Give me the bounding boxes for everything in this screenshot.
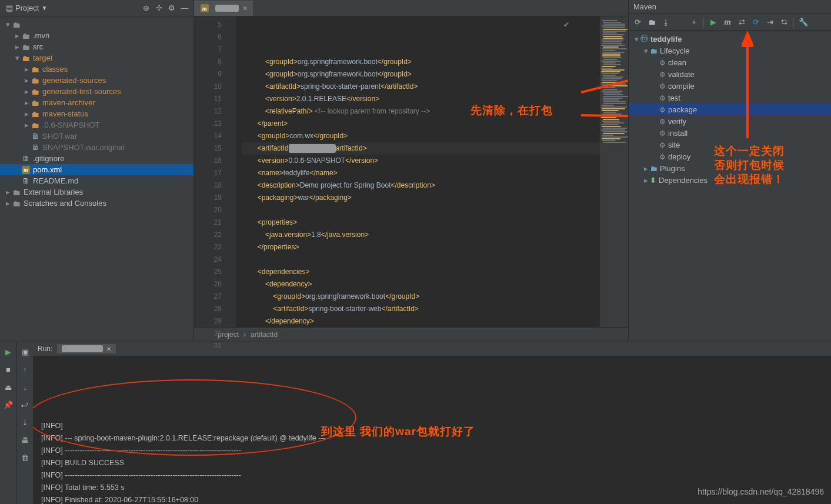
pin-icon[interactable]: 📌: [2, 398, 15, 411]
tree-node[interactable]: generated-test-sources: [0, 86, 193, 97]
maven-lifecycle-node[interactable]: 🖿Lifecycle: [629, 45, 831, 56]
tree-node[interactable]: target: [0, 52, 193, 64]
twisty-icon[interactable]: [22, 121, 31, 129]
maven-project-icon: ⓜ: [640, 34, 648, 44]
maven-goal-install[interactable]: install: [629, 127, 831, 139]
twisty-icon[interactable]: [4, 20, 12, 29]
twisty-icon[interactable]: [4, 188, 12, 196]
tree-node[interactable]: generated-sources: [0, 75, 193, 86]
twisty-icon[interactable]: [4, 199, 12, 208]
twisty-icon[interactable]: [642, 176, 650, 185]
maven-goal-site[interactable]: site: [629, 139, 831, 151]
folder-icon: [12, 20, 21, 29]
show-deps-icon[interactable]: ⇆: [777, 16, 790, 29]
project-tree[interactable]: .mvnsrctargetclassesgenerated-sourcesgen…: [0, 16, 193, 341]
maven-tree[interactable]: ⓜteddylife🖿Lifecyclecleanvalidatecompile…: [629, 31, 831, 341]
maven-toolbar: ⟳ 🖿 ⭳ + ▶ m ⇄ ⟳ ⇥ ⇆ 🔧: [629, 14, 831, 31]
chevron-down-icon: ▼: [41, 5, 47, 11]
reimport-icon[interactable]: ⟳: [631, 16, 644, 29]
toggle-skip-tests-icon[interactable]: ⇄: [735, 16, 748, 29]
tree-node[interactable]: Scratches and Consoles: [0, 198, 193, 209]
twisty-icon[interactable]: [13, 42, 21, 51]
download-icon[interactable]: ⭳: [659, 16, 672, 29]
tree-node[interactable]: pom.xml: [0, 164, 193, 175]
tree-node[interactable]: SHOT.war: [0, 131, 193, 142]
editor-tab[interactable]: ✕: [194, 1, 254, 16]
collapse-icon[interactable]: ⇥: [763, 16, 776, 29]
generate-sources-icon[interactable]: 🖿: [645, 16, 658, 29]
gear-icon: [659, 94, 666, 102]
tree-node[interactable]: .mvn: [0, 30, 193, 41]
code-editor[interactable]: 5678910111213141516171819202122232425262…: [194, 16, 628, 327]
maven-goal-deploy[interactable]: deploy: [629, 151, 831, 162]
tree-node[interactable]: .gitignore: [0, 153, 193, 164]
tree-node[interactable]: .0.6-SNAPSHOT: [0, 119, 193, 131]
tree-label: External Libraries: [24, 188, 83, 196]
maven-file-icon: [21, 165, 31, 175]
code-content[interactable]: ✔ <groupId>org.springframework.boot</gro…: [236, 16, 600, 327]
tree-node[interactable]: maven-archiver: [0, 97, 193, 108]
tree-node[interactable]: [0, 19, 193, 30]
maven-goal-verify[interactable]: verify: [629, 115, 831, 127]
minimap[interactable]: [600, 16, 628, 327]
breadcrumb[interactable]: project › artifactId: [194, 327, 628, 341]
twisty-icon[interactable]: [22, 65, 31, 74]
console-output[interactable]: 到这里 我们的war包就打好了 https://blog.csdn.net/qq…: [33, 356, 831, 504]
close-icon[interactable]: ✕: [106, 346, 111, 352]
stop-icon[interactable]: ■: [2, 363, 15, 376]
tree-node[interactable]: README.md: [0, 175, 193, 186]
maven-goal-label: verify: [668, 117, 686, 126]
maven-root: teddylife: [650, 35, 682, 44]
tree-node[interactable]: maven-status: [0, 108, 193, 119]
print-icon[interactable]: 🖶: [19, 433, 32, 446]
hide-icon[interactable]: —: [178, 2, 191, 15]
file-icon: [31, 132, 40, 141]
wrench-icon[interactable]: 🔧: [797, 16, 810, 29]
maven-root-node[interactable]: ⓜteddylife: [629, 33, 831, 45]
down-icon[interactable]: ↓: [19, 380, 32, 393]
maven-goal-label: compile: [668, 82, 695, 91]
maven-goal-compile[interactable]: compile: [629, 80, 831, 92]
crumb-artifact[interactable]: artifactId: [251, 331, 278, 339]
run-icon[interactable]: ▶: [707, 16, 720, 29]
twisty-icon[interactable]: [22, 98, 31, 107]
locate-icon[interactable]: ⊕: [139, 2, 152, 15]
up-icon[interactable]: ↑: [19, 363, 32, 376]
rerun-icon[interactable]: ▶: [2, 345, 15, 358]
soft-wrap-icon[interactable]: ⮐: [19, 398, 32, 411]
run-config-tab[interactable]: ✕: [57, 344, 116, 353]
maven-deps-node[interactable]: ⬍Dependencies: [629, 174, 831, 186]
maven-goal-test[interactable]: test: [629, 92, 831, 104]
scroll-end-icon[interactable]: ⤓: [19, 416, 32, 429]
project-panel: ▤ Project ▼ ⊕ ✢ ⚙ — .mvnsrctargetclasses…: [0, 0, 194, 341]
twisty-icon[interactable]: [632, 35, 640, 44]
maven-goal-package[interactable]: package: [629, 104, 831, 115]
execute-goal-icon[interactable]: m: [721, 16, 734, 29]
tree-node[interactable]: src: [0, 41, 193, 52]
layout-icon[interactable]: ▣: [19, 345, 32, 358]
maven-plugins-node[interactable]: 🖿Plugins: [629, 162, 831, 174]
project-dropdown[interactable]: ▤ Project ▼: [2, 2, 51, 14]
toggle-offline-icon[interactable]: ⟳: [749, 16, 762, 29]
gear-icon[interactable]: ⚙: [165, 2, 178, 15]
close-icon[interactable]: ✕: [242, 5, 248, 12]
twisty-icon[interactable]: [13, 54, 21, 62]
file-icon: [21, 176, 31, 186]
folder-icon: [31, 76, 40, 85]
tree-node[interactable]: SNAPSHOT.war.original: [0, 142, 193, 153]
add-icon[interactable]: +: [688, 16, 700, 29]
tree-node[interactable]: External Libraries: [0, 186, 193, 198]
tree-node[interactable]: classes: [0, 64, 193, 75]
twisty-icon[interactable]: [22, 87, 31, 96]
twisty-icon[interactable]: [642, 164, 650, 173]
exit-icon[interactable]: ⏏: [2, 380, 15, 393]
maven-goal-clean[interactable]: clean: [629, 56, 831, 68]
twisty-icon[interactable]: [22, 76, 31, 85]
maven-goal-validate[interactable]: validate: [629, 68, 831, 80]
twisty-icon[interactable]: [642, 46, 650, 55]
clear-icon[interactable]: 🗑: [19, 451, 32, 464]
expand-icon[interactable]: ✢: [152, 2, 165, 15]
twisty-icon[interactable]: [13, 31, 21, 40]
twisty-icon[interactable]: [22, 109, 31, 118]
tree-label: maven-status: [42, 109, 88, 118]
